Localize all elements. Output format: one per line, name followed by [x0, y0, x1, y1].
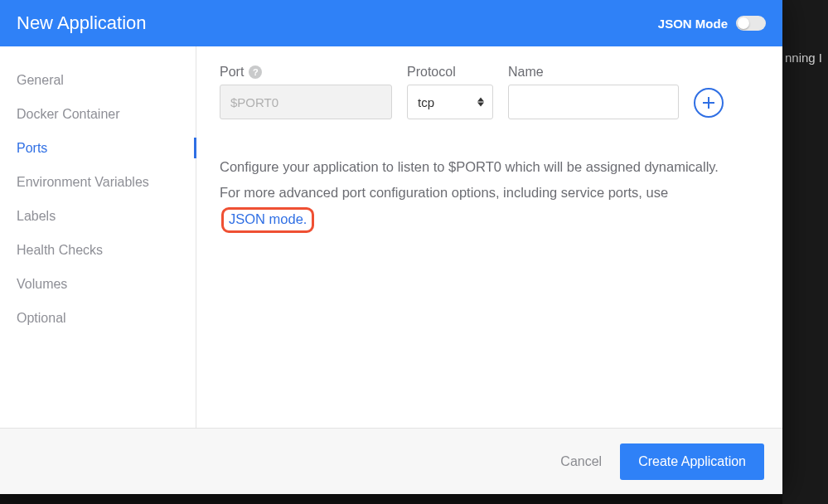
sidebar-item-health-checks[interactable]: Health Checks	[0, 233, 196, 267]
select-arrows-icon	[477, 98, 484, 107]
sidebar-item-label: Environment Variables	[17, 175, 149, 189]
port-label-text: Port	[220, 65, 244, 80]
json-mode-link[interactable]: JSON mode.	[229, 211, 307, 226]
background-text-fragment: nning I	[785, 51, 822, 65]
add-column	[694, 65, 724, 118]
json-mode-toggle[interactable]	[736, 16, 766, 31]
protocol-label: Protocol	[407, 65, 493, 80]
sidebar-item-label: Volumes	[17, 277, 67, 291]
json-mode-control: JSON Mode	[658, 16, 766, 31]
sidebar-item-label: Docker Container	[17, 107, 120, 121]
json-mode-link-highlight: JSON mode.	[221, 207, 314, 234]
add-port-button[interactable]	[694, 88, 724, 118]
sidebar: General Docker Container Ports Environme…	[0, 46, 196, 428]
create-application-button[interactable]: Create Application	[620, 443, 764, 480]
background-window: nning I	[782, 0, 828, 504]
sidebar-item-environment-variables[interactable]: Environment Variables	[0, 165, 196, 199]
modal-body: General Docker Container Ports Environme…	[0, 46, 782, 428]
modal-footer: Cancel Create Application	[0, 428, 782, 494]
sidebar-item-optional[interactable]: Optional	[0, 301, 196, 335]
help-line-1: Configure your application to listen to …	[220, 154, 759, 180]
name-label: Name	[508, 65, 679, 80]
port-field: Port ?	[220, 65, 392, 119]
sidebar-item-label: Optional	[17, 311, 66, 325]
help-text: Configure your application to listen to …	[220, 154, 759, 233]
port-input	[220, 85, 392, 119]
modal-header: New Application JSON Mode	[0, 0, 782, 46]
content-panel: Port ? Protocol tcp	[196, 46, 782, 428]
name-input[interactable]	[508, 85, 679, 119]
sidebar-item-ports[interactable]: Ports	[0, 131, 196, 165]
sidebar-item-label: Ports	[17, 141, 47, 155]
sidebar-item-general[interactable]: General	[0, 63, 196, 97]
toggle-knob	[738, 17, 749, 29]
name-field: Name	[508, 65, 679, 119]
json-mode-label: JSON Mode	[658, 17, 728, 31]
help-line-2-prefix: For more advanced port configuration opt…	[220, 185, 668, 200]
cancel-button[interactable]: Cancel	[560, 454, 602, 469]
help-icon[interactable]: ?	[249, 65, 262, 79]
sidebar-item-docker-container[interactable]: Docker Container	[0, 97, 196, 131]
sidebar-item-volumes[interactable]: Volumes	[0, 267, 196, 301]
port-form-row: Port ? Protocol tcp	[220, 65, 759, 119]
port-label: Port ?	[220, 65, 392, 80]
protocol-field: Protocol tcp	[407, 65, 493, 119]
sidebar-item-labels[interactable]: Labels	[0, 199, 196, 233]
sidebar-item-label: Health Checks	[17, 243, 103, 257]
sidebar-item-label: Labels	[17, 209, 56, 223]
new-application-modal: New Application JSON Mode General Docker…	[0, 0, 782, 494]
protocol-select[interactable]: tcp	[407, 85, 493, 119]
plus-icon	[701, 95, 716, 110]
modal-title: New Application	[17, 12, 147, 34]
protocol-value: tcp	[418, 95, 434, 109]
sidebar-item-label: General	[17, 73, 64, 87]
help-line-2: For more advanced port configuration opt…	[220, 180, 759, 233]
